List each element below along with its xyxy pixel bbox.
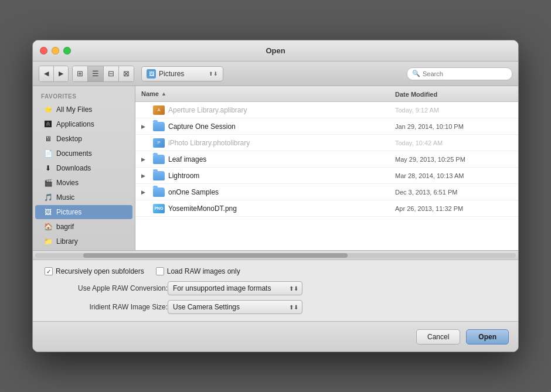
sidebar-item-downloads[interactable]: ⬇ Downloads	[35, 161, 132, 175]
sidebar-item-documents[interactable]: 📄 Documents	[35, 146, 132, 161]
sidebar-item-label: Pictures	[56, 208, 81, 216]
raw-only-checkbox-label[interactable]: Load RAW images only	[156, 267, 240, 275]
cover-view-icon: ⊠	[123, 69, 130, 78]
folder-icon	[153, 171, 165, 180]
desktop-icon: 🖥	[43, 134, 53, 144]
bagrif-icon: 🏠	[43, 222, 53, 231]
recursively-checkbox-label[interactable]: ✓ Recursively open subfolders	[45, 267, 144, 275]
location-chevron-icon: ⬆⬇	[209, 71, 218, 77]
png-file-icon: PNG	[153, 204, 165, 213]
file-name: Leaf images	[168, 155, 206, 163]
horizontal-scrollbar[interactable]	[35, 253, 516, 258]
documents-icon: 📄	[43, 149, 53, 158]
sidebar-item-pictures[interactable]: 🖼 Pictures	[35, 205, 132, 219]
sidebar-item-movies[interactable]: 🎬 Movies	[35, 176, 132, 190]
iridient-chevron-icon: ⬆⬇	[289, 304, 298, 311]
file-name: Capture One Session	[168, 122, 236, 131]
sidebar-item-bagrif[interactable]: 🏠 bagrif	[35, 220, 132, 234]
window-title: Open	[266, 46, 285, 55]
iridient-value: Use Camera Settings	[173, 303, 240, 311]
file-date: Apr 26, 2013, 11:32 PM	[395, 205, 512, 212]
back-button[interactable]: ◀	[39, 66, 54, 81]
sidebar-item-label: bagrif	[56, 223, 74, 231]
close-button[interactable]	[40, 47, 47, 54]
content-area: FAVORITES ⭐ All My Files 🅰 Applications …	[33, 86, 518, 250]
table-row[interactable]: ▶ Lightroom Mar 28, 2014, 10:13 AM	[135, 168, 518, 184]
applications-icon: 🅰	[43, 120, 53, 129]
sort-arrow-icon: ▲	[161, 91, 166, 97]
search-icon: 🔍	[412, 70, 420, 77]
file-name: YosemiteMonoDT.png	[168, 204, 237, 213]
file-date: Jan 29, 2014, 10:10 PM	[395, 123, 512, 130]
library-icon: 📁	[43, 237, 53, 246]
titlebar: Open	[33, 40, 518, 62]
table-row[interactable]: ▶ Leaf images May 29, 2013, 10:25 PM	[135, 151, 518, 168]
photolibrary-file-icon: P	[153, 138, 165, 148]
col-name-header[interactable]: Name ▲	[141, 90, 395, 97]
sidebar-section-favorites: FAVORITES	[33, 91, 135, 102]
raw-only-checkbox[interactable]	[156, 267, 164, 275]
search-input[interactable]	[423, 70, 507, 77]
scrollbar-area	[33, 250, 518, 260]
apple-raw-selector[interactable]: For unsupported image formats ⬆⬇	[168, 281, 302, 295]
expand-arrow-icon: ▶	[141, 124, 149, 129]
nav-buttons: ◀ ▶	[39, 66, 69, 82]
movies-icon: 🎬	[43, 178, 53, 188]
file-name: Lightroom	[168, 172, 199, 180]
sidebar-item-label: Music	[56, 193, 74, 202]
folder-icon	[153, 188, 165, 197]
table-row[interactable]: A Aperture Library.aplibrary Today, 9:12…	[135, 102, 518, 118]
cover-view-button[interactable]: ⊠	[119, 66, 134, 81]
apple-raw-chevron-icon: ⬆⬇	[289, 285, 298, 292]
view-buttons: ⊞ ☰ ⊟ ⊠	[72, 66, 134, 82]
file-date: May 29, 2013, 10:25 PM	[395, 156, 512, 163]
location-label: Pictures	[159, 70, 206, 78]
forward-button[interactable]: ▶	[54, 66, 68, 81]
sidebar-item-all-my-files[interactable]: ⭐ All My Files	[35, 103, 132, 117]
column-view-button[interactable]: ⊟	[104, 66, 119, 81]
maximize-button[interactable]	[63, 47, 71, 54]
minimize-button[interactable]	[52, 47, 59, 54]
column-view-icon: ⊟	[108, 69, 114, 78]
location-folder-icon: 🖼	[147, 69, 156, 79]
sidebar-item-music[interactable]: 🎵 Music	[35, 190, 132, 204]
table-row[interactable]: PNG YosemiteMonoDT.png Apr 26, 2013, 11:…	[135, 200, 518, 217]
file-date: Mar 28, 2014, 10:13 AM	[395, 172, 512, 179]
search-box: 🔍	[407, 67, 512, 80]
iridient-selector[interactable]: Use Camera Settings ⬆⬇	[168, 300, 302, 314]
file-name: iPhoto Library.photolibrary	[168, 139, 250, 147]
sidebar-item-desktop[interactable]: 🖥 Desktop	[35, 132, 132, 146]
recursively-checkbox[interactable]: ✓	[45, 267, 53, 275]
sidebar-item-applications[interactable]: 🅰 Applications	[35, 117, 132, 131]
sidebar: FAVORITES ⭐ All My Files 🅰 Applications …	[33, 86, 135, 250]
table-row[interactable]: ▶ Capture One Session Jan 29, 2014, 10:1…	[135, 118, 518, 135]
open-button[interactable]: Open	[466, 329, 509, 345]
file-name: Aperture Library.aplibrary	[168, 106, 247, 114]
table-row[interactable]: P iPhoto Library.photolibrary Today, 10:…	[135, 135, 518, 151]
music-icon: 🎵	[43, 193, 53, 202]
downloads-icon: ⬇	[43, 163, 53, 173]
sidebar-item-label: All My Files	[56, 105, 92, 114]
icon-view-button[interactable]: ⊞	[73, 66, 88, 81]
icon-view-icon: ⊞	[77, 69, 83, 78]
expand-arrow-icon: ▶	[141, 173, 149, 179]
toolbar: ◀ ▶ ⊞ ☰ ⊟ ⊠ 🖼 Pictures ⬆⬇ 🔍	[33, 62, 518, 86]
file-date: Today, 10:42 AM	[395, 139, 512, 146]
file-list-header: Name ▲ Date Modified	[135, 86, 518, 102]
cancel-button[interactable]: Cancel	[416, 329, 460, 345]
location-selector[interactable]: 🖼 Pictures ⬆⬇	[141, 66, 223, 81]
file-date: Dec 3, 2013, 6:51 PM	[395, 189, 512, 196]
sidebar-item-label: Movies	[56, 179, 79, 187]
sidebar-item-label: Downloads	[56, 164, 91, 172]
expand-arrow-icon: ▶	[141, 189, 149, 195]
sidebar-item-library[interactable]: 📁 Library	[35, 234, 132, 248]
col-date-header[interactable]: Date Modified	[395, 88, 512, 99]
traffic-lights	[40, 47, 71, 54]
file-list-area: Name ▲ Date Modified A Aperture Library.…	[135, 86, 518, 250]
pictures-icon: 🖼	[43, 207, 53, 217]
apple-raw-value: For unsupported image formats	[173, 284, 271, 292]
table-row[interactable]: ▶ onOne Samples Dec 3, 2013, 6:51 PM	[135, 184, 518, 200]
iridient-label: Iridient RAW Image Size:	[45, 303, 168, 311]
file-date: Today, 9:12 AM	[395, 107, 512, 114]
list-view-button[interactable]: ☰	[88, 66, 104, 81]
